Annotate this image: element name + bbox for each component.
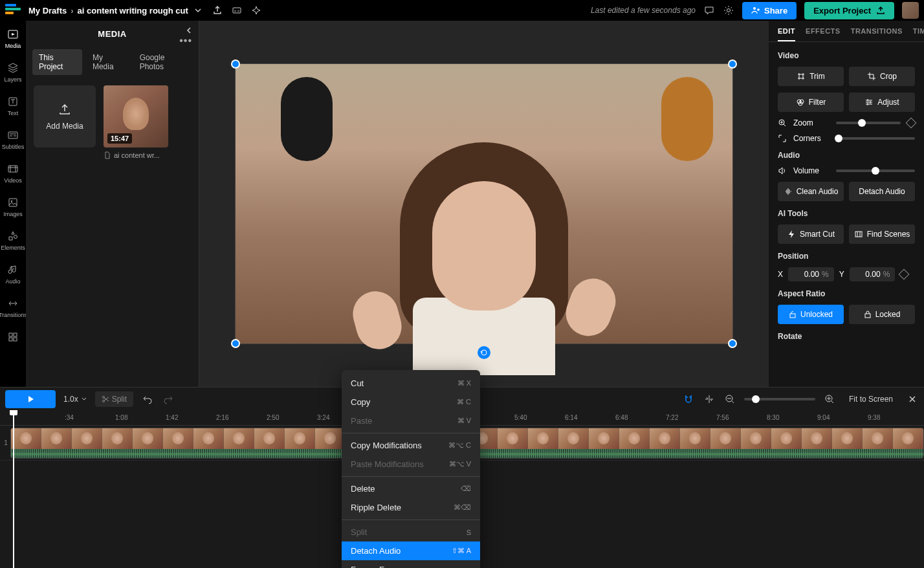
rail-media[interactable]: Media: [1, 28, 25, 49]
cm-copy-mods[interactable]: Copy Modifications⌘⌥ C: [342, 436, 480, 455]
gear-icon[interactable]: [723, 5, 734, 16]
rotate-handle[interactable]: [478, 346, 490, 359]
cm-delete[interactable]: Delete⌫: [342, 479, 480, 498]
speed-selector[interactable]: 1.0x: [63, 395, 87, 404]
rail-videos[interactable]: Videos: [1, 163, 25, 184]
zoom-slider[interactable]: [836, 122, 901, 124]
layers-icon: [7, 62, 19, 74]
filter-button[interactable]: Filter: [778, 93, 844, 112]
breadcrumb-parent[interactable]: My Drafts: [28, 6, 67, 16]
sparkle-icon[interactable]: [250, 5, 262, 16]
left-rail: Media Layers Text Subtitles Videos Image…: [0, 21, 26, 387]
crop-button[interactable]: Crop: [849, 67, 915, 86]
resize-handle-tl[interactable]: [231, 60, 240, 69]
video-section-title: Video: [778, 51, 915, 60]
redo-icon[interactable]: [162, 393, 175, 406]
cm-detach-audio[interactable]: Detach Audio⇧⌘ A: [342, 541, 480, 560]
tab-edit[interactable]: EDIT: [778, 27, 795, 41]
cm-copy[interactable]: Copy⌘ C: [342, 393, 480, 411]
scenes-icon: [854, 230, 863, 239]
find-scenes-button[interactable]: Find Scenes: [849, 224, 915, 244]
add-media-button[interactable]: Add Media: [34, 85, 96, 147]
chevron-down-icon[interactable]: [192, 5, 204, 16]
last-edited-text: Last edited a few seconds ago: [591, 6, 696, 15]
magnet-icon[interactable]: [682, 393, 695, 406]
more-icon[interactable]: •••: [179, 35, 192, 47]
zoom-out-icon[interactable]: [723, 393, 736, 406]
undo-icon[interactable]: [141, 393, 154, 406]
close-icon[interactable]: [906, 393, 919, 406]
context-menu: Cut⌘ X Copy⌘ C Paste⌘ V Copy Modificatio…: [342, 370, 480, 568]
media-tab-my-media[interactable]: My Media: [86, 49, 129, 75]
rail-layers[interactable]: Layers: [1, 62, 25, 83]
rail-subtitles[interactable]: Subtitles: [1, 129, 25, 150]
keyframe-icon[interactable]: [906, 118, 917, 129]
corners-slider[interactable]: [836, 137, 915, 140]
media-thumbnail[interactable]: 15:47: [104, 85, 168, 147]
position-x-field[interactable]: %: [788, 267, 834, 281]
smart-cut-button[interactable]: Smart Cut: [778, 224, 844, 244]
breadcrumb-current[interactable]: ai content writing rough cut: [78, 6, 188, 16]
rail-elements[interactable]: Elements: [1, 230, 25, 251]
tab-timing[interactable]: TIMING: [913, 27, 924, 41]
subtitles-icon: [7, 129, 19, 141]
share-button[interactable]: Share: [742, 2, 797, 19]
svg-rect-10: [14, 333, 17, 336]
cm-cut[interactable]: Cut⌘ X: [342, 374, 480, 393]
rail-transitions[interactable]: Transitions: [1, 298, 25, 318]
text-icon: [7, 96, 19, 107]
resize-handle-br[interactable]: [728, 339, 737, 348]
media-tab-google-photos[interactable]: Google Photos: [133, 49, 192, 75]
svg-point-8: [11, 201, 12, 202]
canvas[interactable]: [199, 21, 769, 387]
keyframe-icon[interactable]: [899, 269, 910, 280]
media-tab-this-project[interactable]: This Project: [32, 49, 82, 75]
aspect-unlocked-button[interactable]: Unlocked: [778, 305, 844, 324]
timeline-zoom-slider[interactable]: [744, 398, 815, 400]
cm-freeze-frame[interactable]: Freeze Frame: [342, 560, 480, 568]
resize-handle-tr[interactable]: [728, 60, 737, 69]
collapse-panel-icon[interactable]: [184, 26, 193, 35]
fit-to-screen-button[interactable]: Fit to Screen: [844, 392, 898, 406]
properties-panel: EDIT EFFECTS TRANSITIONS TIMING Video Tr…: [769, 21, 924, 387]
adjust-button[interactable]: Adjust: [849, 93, 915, 112]
position-y-field[interactable]: %: [850, 267, 896, 281]
playhead[interactable]: [13, 410, 14, 568]
video-preview[interactable]: [235, 63, 733, 344]
app-logo: [5, 4, 21, 17]
transitions-icon: [7, 298, 19, 309]
rail-more[interactable]: [1, 331, 25, 343]
export-button[interactable]: Export Project: [804, 2, 894, 19]
svg-rect-12: [14, 338, 17, 341]
elements-icon: [7, 230, 19, 242]
corners-icon: [778, 134, 787, 143]
resize-handle-bl[interactable]: [231, 339, 240, 348]
rail-text[interactable]: Text: [1, 96, 25, 116]
cm-ripple-delete[interactable]: Ripple Delete⌘⌫: [342, 498, 480, 517]
position-section-title: Position: [778, 252, 915, 261]
filter-icon: [796, 98, 805, 107]
play-icon: [26, 395, 35, 404]
zoom-in-icon[interactable]: [823, 393, 836, 406]
images-icon: [7, 197, 19, 208]
trim-button[interactable]: Trim: [778, 67, 844, 86]
detach-audio-button[interactable]: Detach Audio: [849, 182, 915, 201]
tab-transitions[interactable]: TRANSITIONS: [851, 27, 903, 41]
split-button[interactable]: Split: [95, 391, 133, 407]
rail-audio[interactable]: Audio: [1, 264, 25, 285]
aspect-section-title: Aspect Ratio: [778, 289, 915, 298]
volume-slider[interactable]: [836, 169, 915, 172]
videos-icon: [7, 163, 19, 175]
share-icon[interactable]: [212, 5, 223, 16]
avatar[interactable]: [902, 2, 919, 19]
tab-effects[interactable]: EFFECTS: [806, 27, 841, 41]
subtitle-icon[interactable]: [231, 5, 243, 16]
svg-rect-18: [790, 314, 795, 318]
snap-icon[interactable]: [703, 393, 716, 406]
rail-images[interactable]: Images: [1, 197, 25, 217]
clean-audio-button[interactable]: Clean Audio: [778, 182, 844, 201]
bolt-icon: [787, 230, 796, 239]
aspect-locked-button[interactable]: Locked: [849, 305, 915, 324]
comment-icon[interactable]: [703, 5, 715, 16]
play-button[interactable]: [5, 390, 56, 408]
